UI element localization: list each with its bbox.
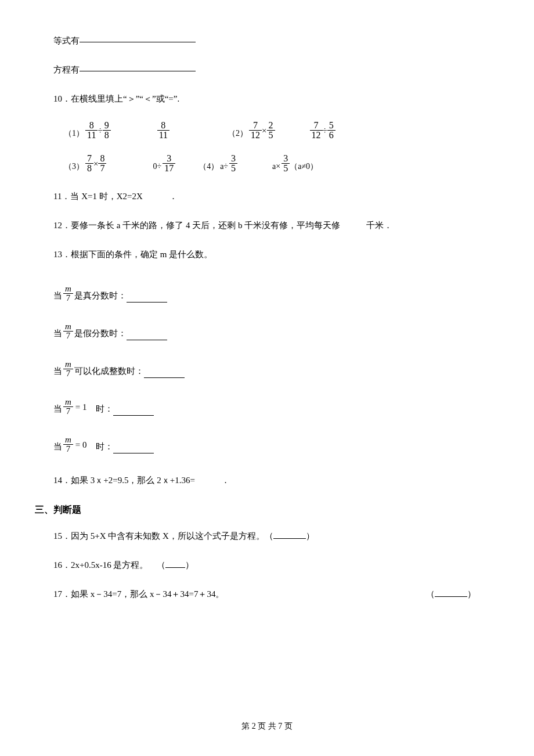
question-number: 12 (53, 218, 62, 232)
fraction-m7: m7 (63, 360, 73, 378)
answer-blank[interactable] (113, 453, 154, 453)
fraction: 317 (163, 154, 175, 173)
lead-text: 当 (53, 440, 62, 453)
q10-row2: （3） 78×87 0÷317 （4） a÷35 a×35（a≠0） (35, 154, 484, 173)
fraction: 87 (98, 154, 106, 173)
expression: 0÷ (153, 160, 163, 173)
condition-text: （a≠0） (290, 160, 319, 173)
q13: 13．根据下面的条件，确定 m 是什么数。 (35, 247, 484, 261)
equals-one: = 1 (74, 400, 87, 414)
sub-index: （4） (199, 160, 220, 173)
question-text: ．在横线里填上“＞”“＜”或“=”. (62, 94, 179, 103)
question-text: ．2x+0.5x-16 是方程。 （ (62, 560, 165, 570)
q16: 16．2x+0.5x-16 是方程。 （） (35, 558, 484, 572)
question-text: ．要修一条长 a 千米的路，修了 4 天后，还剩 b 千米没有修，平均每天修 千… (62, 221, 392, 230)
lead-text: 当 (53, 402, 62, 416)
q13-sub-eq0: 当 m7 = 0 时： (35, 435, 484, 453)
answer-blank[interactable] (144, 377, 185, 378)
question-text: ．当 X=1 时，X2=2X ． (62, 192, 177, 201)
q12: 12．要修一条长 a 千米的路，修了 4 天后，还剩 b 千米没有修，平均每天修… (35, 218, 484, 232)
fangcheng-label: 方程有 (53, 65, 80, 74)
fraction: 35 (282, 154, 290, 173)
lead-text: 当 (53, 289, 62, 303)
suffix-text: 是假分数时： (74, 326, 127, 340)
q13-sub-eq1: 当 m7 = 1 时： (35, 398, 484, 416)
fraction: 98 (103, 121, 111, 140)
suffix-text: 可以化成整数时： (74, 364, 144, 378)
answer-blank[interactable] (80, 42, 196, 42)
answer-blank[interactable] (80, 71, 196, 71)
q13-sub-int: 当 m7 可以化成整数时： (35, 360, 484, 378)
sub-index: （2） (228, 127, 249, 140)
question-text: ．因为 5+X 中含有未知数 X，所以这个式子是方程。（ (62, 531, 273, 541)
lead-text: 当 (53, 364, 62, 378)
question-text: ．如果 x－34=7，那么 x－34＋34=7＋34。 (62, 589, 224, 599)
equals-zero: = 0 (74, 438, 87, 452)
fraction: 811 (85, 121, 98, 140)
suffix-text: 时： (87, 440, 113, 453)
question-number: 15 (53, 529, 62, 543)
close-paren: ） (185, 560, 194, 570)
question-text: ．根据下面的条件，确定 m 是什么数。 (62, 250, 212, 259)
lead-text: 当 (53, 326, 62, 340)
question-number: 17 (53, 587, 62, 601)
q14: 14．如果 3ｘ+2=9.5，那么 2ｘ+1.36= ． (35, 473, 484, 487)
page-footer: 第 2 页 共 7 页 (0, 720, 534, 733)
close-paren: ） (306, 531, 315, 541)
fraction-m7: m7 (63, 322, 73, 340)
fraction-m7: m7 (63, 398, 73, 416)
sub-index: （1） (64, 127, 85, 140)
operator: × (93, 157, 98, 171)
answer-blank[interactable] (435, 596, 467, 597)
document-page: 等式有 方程有 10．在横线里填上“＞”“＜”或“=”. （1） 811÷98 … (0, 0, 534, 756)
section-3-heading: 三、判断题 (35, 502, 484, 517)
close-paren: ） (467, 589, 476, 599)
q15: 15．因为 5+X 中含有未知数 X，所以这个式子是方程。（） (35, 529, 484, 543)
expression: a÷ (220, 160, 229, 173)
operator: × (262, 124, 266, 138)
fraction: 712 (310, 121, 323, 140)
q13-sub-false: 当 m7 是假分数时： (35, 322, 484, 340)
question-text: ．如果 3ｘ+2=9.5，那么 2ｘ+1.36= ． (62, 476, 230, 485)
question-number: 14 (53, 473, 62, 487)
fraction: 35 (229, 154, 237, 173)
expression: a× (272, 160, 282, 173)
answer-blank[interactable] (165, 567, 185, 568)
q11: 11．当 X=1 时，X2=2X ． (35, 189, 484, 203)
q10-row1: （1） 811÷98 811 （2） 712×25 712÷56 (35, 121, 484, 140)
operator: ÷ (98, 124, 102, 138)
fraction-m7: m7 (63, 285, 73, 303)
open-paren: （ (426, 589, 435, 599)
answer-blank[interactable] (127, 302, 167, 303)
answer-blank[interactable] (273, 538, 306, 539)
answer-blank[interactable] (127, 340, 167, 340)
fraction: 25 (267, 121, 275, 140)
fraction: 56 (327, 121, 335, 140)
fraction: 78 (85, 154, 93, 173)
operator: ÷ (323, 124, 327, 138)
question-number: 16 (53, 558, 62, 572)
equations-have-line: 等式有 (35, 34, 484, 48)
equations-label: 等式有 (53, 36, 80, 45)
suffix-text: 是真分数时： (74, 289, 127, 303)
question-number: 10 (53, 92, 62, 106)
fraction: 712 (249, 121, 262, 140)
question-number: 11 (53, 189, 62, 203)
answer-blank[interactable] (113, 415, 154, 416)
q17: 17．如果 x－34=7，那么 x－34＋34=7＋34。 （） (35, 587, 484, 601)
question-number: 13 (53, 247, 62, 261)
fangcheng-have-line: 方程有 (35, 63, 484, 77)
fraction-m7: m7 (63, 435, 73, 453)
sub-index: （3） (64, 160, 85, 173)
q10: 10．在横线里填上“＞”“＜”或“=”. (35, 92, 484, 106)
q13-sub-true: 当 m7 是真分数时： (35, 285, 484, 303)
suffix-text: 时： (87, 402, 113, 416)
fraction: 811 (157, 121, 169, 140)
